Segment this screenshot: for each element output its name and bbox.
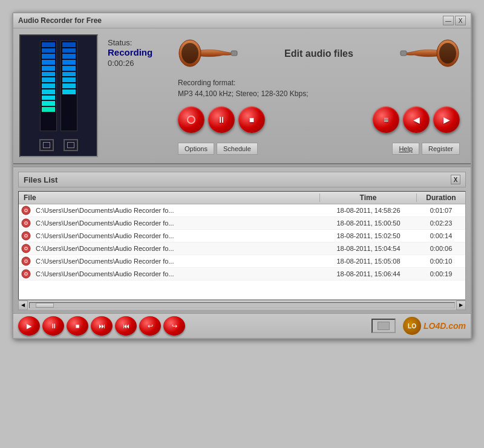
horn-left-icon bbox=[178, 37, 238, 70]
schedule-button[interactable]: Schedule bbox=[217, 143, 258, 155]
vu-seg-off bbox=[42, 113, 55, 118]
bottom-skip-forward-button[interactable]: ⏭ bbox=[91, 316, 113, 336]
record-button[interactable] bbox=[178, 106, 204, 133]
vu-icon-left bbox=[39, 139, 54, 151]
file-audio-icon bbox=[21, 218, 31, 228]
vu-seg bbox=[42, 54, 55, 59]
next-button[interactable]: ▶ bbox=[433, 106, 460, 133]
playlist-button[interactable]: ≡ bbox=[373, 106, 399, 133]
file-cell-name: C:\Users\User\Documents\Audio Recorder f… bbox=[33, 270, 320, 278]
table-row[interactable]: C:\Users\User\Documents\Audio Recorder f… bbox=[19, 204, 465, 217]
help-button[interactable]: Help bbox=[392, 143, 419, 155]
vu-right-channel bbox=[60, 41, 77, 131]
svg-point-17 bbox=[25, 248, 27, 249]
vu-left-segments bbox=[41, 41, 56, 131]
section-separator bbox=[13, 163, 471, 168]
control-area: Edit audio files bbox=[173, 34, 465, 157]
logo-icon: LO bbox=[403, 317, 421, 335]
vu-left-channel bbox=[40, 41, 57, 131]
vu-icon-right bbox=[64, 139, 78, 151]
col-header-file: File bbox=[19, 193, 320, 202]
prev-icon: ◀ bbox=[413, 115, 420, 125]
file-cell-duration: 0:02:23 bbox=[417, 219, 465, 227]
table-row[interactable]: C:\Users\User\Documents\Audio Recorder f… bbox=[19, 268, 465, 281]
bottom-rewind-icon: ↩ bbox=[148, 322, 153, 330]
file-cell-time: 18-08-2011, 14:58:26 bbox=[320, 207, 417, 214]
vu-seg bbox=[62, 42, 76, 47]
record-icon bbox=[187, 115, 195, 124]
file-cell-duration: 0:00:14 bbox=[417, 232, 465, 239]
bottom-skip-back-button[interactable]: ⏮ bbox=[115, 316, 137, 336]
stop-button[interactable]: ■ bbox=[238, 106, 265, 133]
title-bar-buttons: — X bbox=[443, 16, 466, 25]
file-cell-duration: 0:00:06 bbox=[417, 245, 465, 252]
bottom-play-button[interactable]: ▶ bbox=[18, 316, 40, 336]
svg-point-1 bbox=[182, 43, 198, 63]
svg-point-14 bbox=[25, 235, 27, 236]
table-row[interactable]: C:\Users\User\Documents\Audio Recorder f… bbox=[19, 242, 465, 255]
vu-seg bbox=[62, 83, 76, 88]
vu-panel bbox=[19, 34, 98, 157]
file-cell-duration: 0:00:19 bbox=[417, 270, 465, 278]
vu-seg bbox=[62, 72, 76, 77]
scroll-track[interactable] bbox=[29, 302, 455, 308]
scroll-thumb[interactable] bbox=[36, 303, 54, 308]
file-cell-time: 18-08-2011, 15:06:44 bbox=[320, 270, 417, 278]
table-row[interactable]: C:\Users\User\Documents\Audio Recorder f… bbox=[19, 255, 465, 268]
options-button[interactable]: Options bbox=[178, 143, 214, 155]
window-title: Audio Recorder for Free bbox=[18, 16, 102, 25]
files-table: File Time Duration C:\Users\User\Documen… bbox=[18, 191, 466, 300]
next-icon: ▶ bbox=[443, 115, 450, 125]
left-action-group: Options Schedule bbox=[178, 143, 258, 155]
register-button[interactable]: Register bbox=[422, 143, 460, 155]
bottom-forward-button[interactable]: ↪ bbox=[163, 316, 185, 336]
file-audio-icon bbox=[21, 231, 31, 241]
bottom-skip-back-icon: ⏮ bbox=[123, 322, 129, 330]
file-cell-time: 18-08-2011, 15:05:08 bbox=[320, 258, 417, 265]
vu-seg bbox=[42, 107, 55, 112]
vu-seg bbox=[62, 77, 76, 82]
pause-button[interactable]: ⏸ bbox=[208, 106, 235, 133]
file-audio-icon bbox=[21, 256, 31, 266]
vu-seg bbox=[42, 83, 55, 88]
prev-button[interactable]: ◀ bbox=[403, 106, 430, 133]
vu-seg bbox=[42, 48, 55, 53]
title-bar: Audio Recorder for Free — X bbox=[13, 13, 471, 28]
vu-seg bbox=[62, 66, 76, 71]
scroll-right-arrow[interactable]: ▶ bbox=[456, 300, 466, 310]
scroll-left-arrow[interactable]: ◀ bbox=[18, 300, 28, 310]
bottom-toolbar: ▶ ⏸ ■ ⏭ ⏮ ↩ ↪ LO LO4D.com bbox=[13, 313, 471, 338]
close-button[interactable]: X bbox=[455, 16, 466, 25]
edit-audio-area: Edit audio files bbox=[284, 48, 353, 59]
table-row[interactable]: C:\Users\User\Documents\Audio Recorder f… bbox=[19, 217, 465, 230]
bottom-skip-forward-icon: ⏭ bbox=[99, 322, 105, 330]
pause-icon: ⏸ bbox=[217, 115, 226, 125]
status-value: Recording bbox=[108, 47, 152, 57]
file-audio-icon bbox=[21, 244, 31, 253]
file-audio-icon bbox=[21, 269, 31, 279]
bottom-forward-icon: ↪ bbox=[172, 322, 177, 330]
vu-icon-inner-left bbox=[43, 142, 50, 148]
playlist-icon: ≡ bbox=[384, 115, 388, 125]
vu-seg bbox=[42, 72, 55, 77]
table-row[interactable]: C:\Users\User\Documents\Audio Recorder f… bbox=[19, 230, 465, 242]
vu-seg bbox=[42, 42, 55, 47]
file-cell-duration: 0:00:10 bbox=[417, 258, 465, 265]
transport-row: ⏸ ■ ≡ ◀ bbox=[173, 104, 465, 135]
vu-seg-off bbox=[62, 119, 76, 124]
bottom-stop-button[interactable]: ■ bbox=[67, 316, 88, 336]
minimize-button[interactable]: — bbox=[443, 16, 454, 25]
vu-seg bbox=[42, 101, 55, 106]
bottom-rewind-button[interactable]: ↩ bbox=[139, 316, 161, 336]
files-close-button[interactable]: X bbox=[451, 175, 460, 184]
bottom-pause-button[interactable]: ⏸ bbox=[42, 316, 64, 336]
files-header: Files List X bbox=[18, 172, 466, 187]
horn-right-icon bbox=[399, 37, 460, 70]
bottom-stop-icon: ■ bbox=[76, 322, 80, 330]
svg-point-20 bbox=[25, 261, 27, 262]
top-section: Status: Recording 0:00:26 bbox=[13, 28, 471, 163]
horizontal-scrollbar: ◀ ▶ bbox=[18, 300, 466, 310]
file-cell-name: C:\Users\User\Documents\Audio Recorder f… bbox=[33, 219, 320, 227]
format-value: MP3 44,100 kHz; Stereo; 128-320 Kbps; bbox=[173, 88, 465, 99]
files-table-body[interactable]: C:\Users\User\Documents\Audio Recorder f… bbox=[19, 204, 465, 299]
